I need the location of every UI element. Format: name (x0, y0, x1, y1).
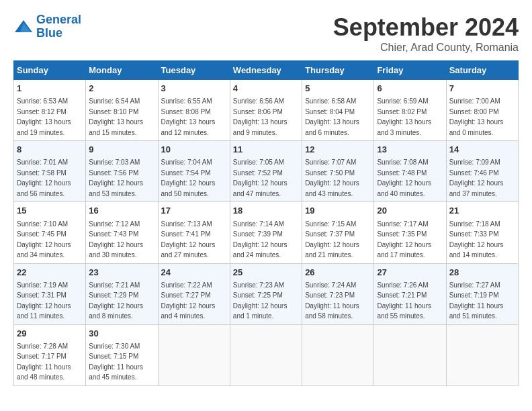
calendar-cell: 14Sunrise: 7:09 AMSunset: 7:46 PMDayligh… (446, 141, 518, 202)
weekday-header-thursday: Thursday (302, 61, 374, 80)
day-number: 29 (17, 328, 83, 340)
title-area: September 2024 Chier, Arad County, Roman… (333, 13, 519, 54)
day-number: 2 (89, 83, 154, 95)
calendar-week-row: 1Sunrise: 6:53 AMSunset: 8:12 PMDaylight… (14, 80, 519, 141)
day-info: Sunrise: 7:12 AMSunset: 7:43 PMDaylight:… (89, 220, 143, 259)
day-number: 8 (17, 144, 83, 156)
calendar-cell: 19Sunrise: 7:15 AMSunset: 7:37 PMDayligh… (302, 202, 374, 263)
calendar-cell: 21Sunrise: 7:18 AMSunset: 7:33 PMDayligh… (446, 202, 518, 263)
day-info: Sunrise: 7:21 AMSunset: 7:29 PMDaylight:… (89, 281, 143, 320)
calendar-cell: 5Sunrise: 6:58 AMSunset: 8:04 PMDaylight… (302, 80, 374, 141)
day-number: 13 (377, 144, 443, 156)
day-info: Sunrise: 6:58 AMSunset: 8:04 PMDaylight:… (305, 97, 359, 136)
calendar-cell: 16Sunrise: 7:12 AMSunset: 7:43 PMDayligh… (86, 202, 158, 263)
day-info: Sunrise: 7:08 AMSunset: 7:48 PMDaylight:… (377, 158, 431, 197)
day-info: Sunrise: 6:59 AMSunset: 8:02 PMDaylight:… (377, 97, 431, 136)
day-info: Sunrise: 6:53 AMSunset: 8:12 PMDaylight:… (17, 97, 71, 136)
calendar-cell: 25Sunrise: 7:23 AMSunset: 7:25 PMDayligh… (230, 263, 302, 324)
day-number: 3 (161, 83, 227, 95)
day-info: Sunrise: 6:55 AMSunset: 8:08 PMDaylight:… (161, 97, 216, 136)
day-number: 27 (377, 267, 443, 279)
day-info: Sunrise: 7:07 AMSunset: 7:50 PMDaylight:… (305, 158, 359, 197)
day-info: Sunrise: 7:18 AMSunset: 7:33 PMDaylight:… (449, 220, 504, 259)
month-title: September 2024 (333, 13, 519, 42)
day-info: Sunrise: 7:26 AMSunset: 7:21 PMDaylight:… (377, 281, 431, 320)
calendar-cell: 1Sunrise: 6:53 AMSunset: 8:12 PMDaylight… (14, 80, 86, 141)
day-info: Sunrise: 7:24 AMSunset: 7:23 PMDaylight:… (305, 281, 359, 320)
day-number: 4 (233, 83, 299, 95)
calendar-week-row: 29Sunrise: 7:28 AMSunset: 7:17 PMDayligh… (14, 324, 519, 385)
day-number: 5 (305, 83, 371, 95)
weekday-header-wednesday: Wednesday (230, 61, 302, 80)
calendar-cell (158, 324, 230, 385)
calendar-cell: 27Sunrise: 7:26 AMSunset: 7:21 PMDayligh… (374, 263, 446, 324)
day-number: 20 (377, 205, 443, 217)
calendar-cell (374, 324, 446, 385)
calendar-week-row: 15Sunrise: 7:10 AMSunset: 7:45 PMDayligh… (14, 202, 519, 263)
day-info: Sunrise: 7:22 AMSunset: 7:27 PMDaylight:… (161, 281, 216, 320)
logo-blue: Blue (36, 26, 62, 40)
location-title: Chier, Arad County, Romania (333, 42, 519, 54)
day-number: 9 (89, 144, 154, 156)
calendar-cell: 2Sunrise: 6:54 AMSunset: 8:10 PMDaylight… (86, 80, 158, 141)
day-number: 18 (233, 205, 299, 217)
calendar-cell (302, 324, 374, 385)
day-info: Sunrise: 7:09 AMSunset: 7:46 PMDaylight:… (449, 158, 504, 197)
day-number: 30 (89, 328, 154, 340)
calendar-cell: 4Sunrise: 6:56 AMSunset: 8:06 PMDaylight… (230, 80, 302, 141)
day-number: 28 (449, 267, 515, 279)
calendar-table: SundayMondayTuesdayWednesdayThursdayFrid… (13, 60, 519, 386)
day-info: Sunrise: 7:14 AMSunset: 7:39 PMDaylight:… (233, 220, 287, 259)
day-number: 22 (17, 267, 83, 279)
weekday-header-friday: Friday (374, 61, 446, 80)
calendar-cell: 24Sunrise: 7:22 AMSunset: 7:27 PMDayligh… (158, 263, 230, 324)
day-info: Sunrise: 7:27 AMSunset: 7:19 PMDaylight:… (449, 281, 504, 320)
day-info: Sunrise: 6:56 AMSunset: 8:06 PMDaylight:… (233, 97, 287, 136)
calendar-cell: 11Sunrise: 7:05 AMSunset: 7:52 PMDayligh… (230, 141, 302, 202)
calendar-cell: 12Sunrise: 7:07 AMSunset: 7:50 PMDayligh… (302, 141, 374, 202)
day-number: 15 (17, 205, 83, 217)
day-info: Sunrise: 7:30 AMSunset: 7:15 PMDaylight:… (89, 342, 143, 381)
weekday-header-tuesday: Tuesday (158, 61, 230, 80)
day-number: 24 (161, 267, 227, 279)
day-info: Sunrise: 7:03 AMSunset: 7:56 PMDaylight:… (89, 158, 143, 197)
calendar-cell (230, 324, 302, 385)
calendar-cell: 17Sunrise: 7:13 AMSunset: 7:41 PMDayligh… (158, 202, 230, 263)
calendar-cell: 18Sunrise: 7:14 AMSunset: 7:39 PMDayligh… (230, 202, 302, 263)
calendar-cell: 13Sunrise: 7:08 AMSunset: 7:48 PMDayligh… (374, 141, 446, 202)
day-info: Sunrise: 7:10 AMSunset: 7:45 PMDaylight:… (17, 220, 71, 259)
calendar-cell: 26Sunrise: 7:24 AMSunset: 7:23 PMDayligh… (302, 263, 374, 324)
day-number: 6 (377, 83, 443, 95)
calendar-week-row: 8Sunrise: 7:01 AMSunset: 7:58 PMDaylight… (14, 141, 519, 202)
day-info: Sunrise: 7:28 AMSunset: 7:17 PMDaylight:… (17, 342, 71, 381)
calendar-cell: 30Sunrise: 7:30 AMSunset: 7:15 PMDayligh… (86, 324, 158, 385)
day-info: Sunrise: 7:15 AMSunset: 7:37 PMDaylight:… (305, 220, 359, 259)
day-info: Sunrise: 7:13 AMSunset: 7:41 PMDaylight:… (161, 220, 216, 259)
day-number: 12 (305, 144, 371, 156)
weekday-header-row: SundayMondayTuesdayWednesdayThursdayFrid… (14, 61, 519, 80)
calendar-cell: 20Sunrise: 7:17 AMSunset: 7:35 PMDayligh… (374, 202, 446, 263)
day-number: 25 (233, 267, 299, 279)
day-number: 1 (17, 83, 83, 95)
day-number: 14 (449, 144, 515, 156)
logo: General Blue (13, 13, 81, 40)
logo-text: General Blue (36, 13, 81, 40)
calendar-cell: 10Sunrise: 7:04 AMSunset: 7:54 PMDayligh… (158, 141, 230, 202)
day-info: Sunrise: 7:23 AMSunset: 7:25 PMDaylight:… (233, 281, 287, 320)
day-info: Sunrise: 7:17 AMSunset: 7:35 PMDaylight:… (377, 220, 431, 259)
weekday-header-saturday: Saturday (446, 61, 518, 80)
calendar-cell: 9Sunrise: 7:03 AMSunset: 7:56 PMDaylight… (86, 141, 158, 202)
calendar-cell: 29Sunrise: 7:28 AMSunset: 7:17 PMDayligh… (14, 324, 86, 385)
day-number: 16 (89, 205, 154, 217)
header: General Blue September 2024 Chier, Arad … (13, 13, 519, 54)
day-number: 11 (233, 144, 299, 156)
calendar-cell: 6Sunrise: 6:59 AMSunset: 8:02 PMDaylight… (374, 80, 446, 141)
day-info: Sunrise: 6:54 AMSunset: 8:10 PMDaylight:… (89, 97, 143, 136)
calendar-cell: 8Sunrise: 7:01 AMSunset: 7:58 PMDaylight… (14, 141, 86, 202)
calendar-week-row: 22Sunrise: 7:19 AMSunset: 7:31 PMDayligh… (14, 263, 519, 324)
calendar-cell: 3Sunrise: 6:55 AMSunset: 8:08 PMDaylight… (158, 80, 230, 141)
day-info: Sunrise: 7:04 AMSunset: 7:54 PMDaylight:… (161, 158, 216, 197)
day-info: Sunrise: 7:01 AMSunset: 7:58 PMDaylight:… (17, 158, 71, 197)
day-number: 19 (305, 205, 371, 217)
day-info: Sunrise: 7:05 AMSunset: 7:52 PMDaylight:… (233, 158, 287, 197)
